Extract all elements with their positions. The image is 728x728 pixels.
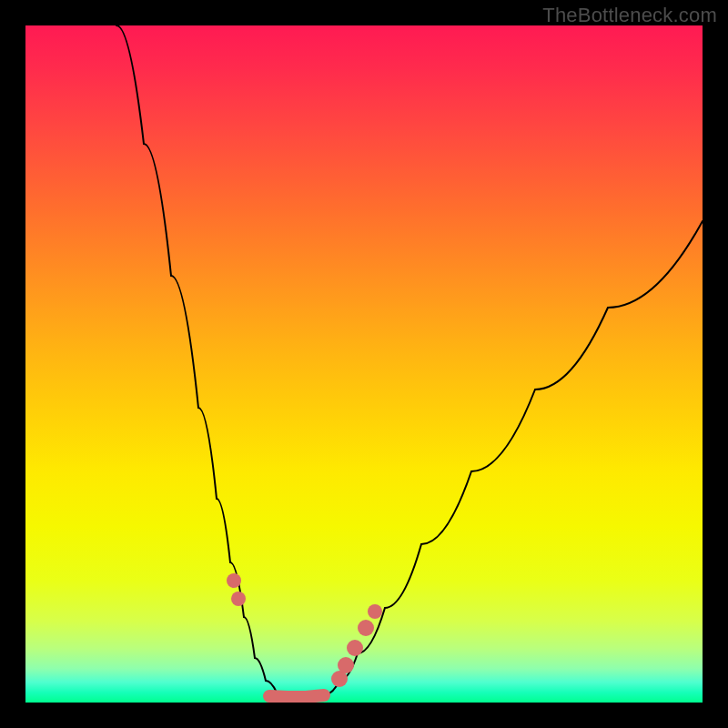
valley-highlight	[269, 695, 324, 697]
marker-dot	[347, 640, 363, 656]
chart-frame: TheBottleneck.com	[0, 0, 728, 728]
marker-dot	[358, 620, 374, 636]
marker-dot	[368, 604, 382, 619]
right-curve	[326, 221, 703, 694]
curve-layer	[25, 25, 703, 703]
watermark-text: TheBottleneck.com	[542, 4, 717, 27]
left-curve	[116, 25, 288, 696]
marker-dot	[338, 657, 354, 673]
plot-area	[25, 25, 703, 703]
marker-dot	[231, 592, 246, 606]
marker-dot	[227, 573, 241, 588]
